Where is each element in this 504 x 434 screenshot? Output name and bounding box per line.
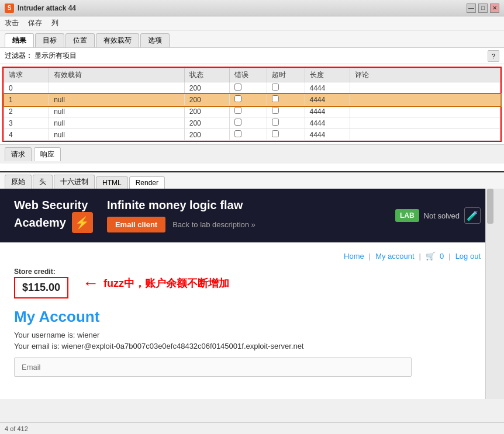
store-credit-value: $115.00 [14,277,68,298]
scrollbar[interactable] [485,189,495,399]
cell-id: 4 [4,129,49,141]
back-to-lab-link[interactable]: Back to lab description » [172,220,256,229]
table-row[interactable]: 0 200 4444 [4,82,500,94]
error-checkbox[interactable] [234,84,241,91]
titlebar-left: S Intruder attack 44 [5,4,76,13]
wsa-subtitle-row: Email client Back to lab description » [107,217,381,232]
col-header-timeout[interactable]: 超时 [267,68,305,82]
menubar: 攻击 保存 列 [0,16,504,30]
wsa-logo: Web Security Academy ⚡ [14,198,93,233]
timeout-checkbox[interactable] [272,95,279,102]
timeout-checkbox[interactable] [272,119,279,126]
minimize-button[interactable]: — [467,4,476,13]
cart-icon[interactable]: 🛒 [426,252,435,261]
subtab-html[interactable]: HTML [96,176,128,189]
error-checkbox[interactable] [234,119,241,126]
tab-results[interactable]: 结果 [5,33,34,47]
cell-timeout [267,94,305,106]
annotation-text: fuzz中，账户余额不断增加 [103,276,229,290]
my-account-title: My Account [14,308,481,326]
menu-attack[interactable]: 攻击 [5,18,19,28]
error-checkbox[interactable] [234,130,241,137]
tab-request[interactable]: 请求 [5,147,32,161]
maximize-button[interactable]: □ [478,4,488,13]
wsa-logo-icon: ⚡ [72,212,93,233]
subtab-render[interactable]: Render [129,176,165,189]
scrollbar-thumb[interactable] [487,189,493,224]
page-content: Home | My account | 🛒 0 | Log out Store … [0,242,495,386]
cell-id: 3 [4,117,49,129]
nav-home[interactable]: Home [344,252,364,261]
tab-response[interactable]: 响应 [34,147,61,161]
cell-error [229,129,267,141]
cell-timeout [267,106,305,117]
render-area[interactable]: Web Security Academy ⚡ Infinite money lo… [0,189,504,399]
subtab-raw[interactable]: 原始 [5,175,32,189]
filter-value: 显示所有项目 [34,51,77,60]
wsa-right: LAB Not solved 🧪 [395,207,481,224]
not-solved-status: Not solved [424,211,460,220]
table-row[interactable]: 3 null 200 4444 [4,117,500,129]
subtab-hex[interactable]: 十六进制 [54,175,95,189]
col-header-request[interactable]: 请求 [4,68,49,82]
email-input[interactable] [14,357,412,377]
tab-payload[interactable]: 有效载荷 [96,33,139,47]
col-header-status[interactable]: 状态 [184,68,229,82]
cell-status: 200 [184,82,229,94]
table-row[interactable]: 1 null 200 4444 [4,94,500,106]
titlebar-controls: — □ ✕ [467,4,499,13]
main-tabbar: 结果 目标 位置 有效载荷 选项 [0,30,504,48]
cell-length: 4444 [305,106,350,117]
menu-save[interactable]: 保存 [28,18,42,28]
col-header-comment[interactable]: 评论 [350,68,500,82]
cell-comment [350,94,500,106]
timeout-checkbox[interactable] [272,84,279,91]
lab-title: Infinite money logic flaw [107,199,381,212]
subtab-headers[interactable]: 头 [33,175,53,189]
cell-id: 1 [4,94,49,106]
timeout-checkbox[interactable] [272,107,279,114]
help-button[interactable]: ? [488,50,499,62]
cell-timeout [267,117,305,129]
table-row[interactable]: 2 null 200 4444 [4,106,500,117]
filterbar: 过滤器： 显示所有项目 ? [0,48,504,64]
cell-status: 200 [184,106,229,117]
results-table: 请求 有效载荷 状态 错误 超时 长度 评论 0 200 4444 [4,68,500,141]
col-header-length[interactable]: 长度 [305,68,350,82]
email-text: Your email is: wiener@exploit-0a7b007c03… [14,342,481,350]
tab-position[interactable]: 位置 [65,33,95,47]
cell-payload: null [49,94,185,106]
error-checkbox[interactable] [234,107,241,114]
cell-status: 200 [184,117,229,129]
cell-comment [350,106,500,117]
col-header-payload[interactable]: 有效载荷 [49,68,185,82]
titlebar: S Intruder attack 44 — □ ✕ [0,0,504,16]
cell-comment [350,129,500,141]
cell-error [229,117,267,129]
error-checkbox[interactable] [234,95,241,102]
tab-options[interactable]: 选项 [140,33,170,47]
nav-logout[interactable]: Log out [455,252,481,261]
lab-badge: LAB [395,209,419,222]
tab-target[interactable]: 目标 [35,33,64,47]
nav-sep-2: | [419,252,421,261]
cell-length: 4444 [305,117,350,129]
statusbar: 4 of 412 [0,422,504,434]
nav-my-account[interactable]: My account [375,252,414,261]
timeout-checkbox[interactable] [272,130,279,137]
cell-payload [49,82,185,94]
cell-timeout [267,82,305,94]
filter-prefix: 过滤器： [5,51,33,60]
email-client-button[interactable]: Email client [107,217,165,232]
cell-timeout [267,129,305,141]
store-credit-label: Store credit: [14,268,68,276]
table-row[interactable]: 4 null 200 4444 [4,129,500,141]
nav-sep-3: | [448,252,450,261]
results-container: 请求 有效载荷 状态 错误 超时 长度 评论 0 200 4444 [0,64,504,172]
close-button[interactable]: ✕ [490,4,499,13]
col-header-error[interactable]: 错误 [229,68,267,82]
wsa-center: Infinite money logic flaw Email client B… [93,199,395,232]
menu-columns[interactable]: 列 [51,18,58,28]
cell-status: 200 [184,94,229,106]
arrow-annotation: ← fuzz中，账户余额不断增加 [82,274,229,293]
